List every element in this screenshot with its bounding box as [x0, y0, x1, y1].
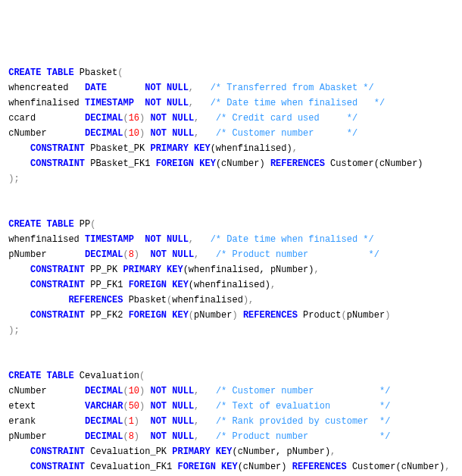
code-line: [3, 202, 459, 217]
code-line: [3, 353, 459, 368]
code-line: CONSTRAINT PBasket_FK1 FOREIGN KEY(cNumb…: [3, 156, 459, 171]
code-line: CONSTRAINT Pbasket_PK PRIMARY KEY(whenfi…: [3, 141, 459, 156]
code-line: CREATE TABLE Cevaluation(: [3, 368, 459, 384]
code-line: pNumber DECIMAL(8) NOT NULL, /* Product …: [3, 247, 459, 262]
code-line: cNumber DECIMAL(10) NOT NULL, /* Custome…: [3, 384, 459, 399]
code-line: [3, 338, 459, 353]
code-line: whenfinalised TIMESTAMP NOT NULL, /* Dat…: [3, 232, 459, 247]
code-line: CONSTRAINT PP_PK PRIMARY KEY(whenfinalis…: [3, 262, 459, 277]
code-line: );: [3, 171, 459, 186]
sql-code-block: CREATE TABLE Pbasket( whencreated DATE N…: [3, 65, 459, 476]
code-line: CREATE TABLE Pbasket(: [3, 65, 459, 80]
code-line: CONSTRAINT Cevaluation_PK PRIMARY KEY(cN…: [3, 444, 459, 459]
code-line: whencreated DATE NOT NULL, /* Transferre…: [3, 80, 459, 96]
code-line: cNumber DECIMAL(10) NOT NULL, /* Custome…: [3, 126, 459, 141]
code-line: pNumber DECIMAL(8) NOT NULL, /* Product …: [3, 429, 459, 444]
code-line: CONSTRAINT PP_FK1 FOREIGN KEY(whenfinali…: [3, 277, 459, 293]
code-line: CONSTRAINT Cevaluation_FK1 FOREIGN KEY(c…: [3, 459, 459, 474]
code-line: CREATE TABLE PP(: [3, 217, 459, 232]
code-line: etext VARCHAR(50) NOT NULL, /* Text of e…: [3, 399, 459, 414]
code-line: REFERENCES Pbasket(whenfinalised),: [3, 293, 459, 308]
code-line: ccard DECIMAL(16) NOT NULL, /* Credit ca…: [3, 111, 459, 126]
code-line: whenfinalised TIMESTAMP NOT NULL, /* Dat…: [3, 96, 459, 111]
code-line: [3, 186, 459, 202]
code-line: erank DECIMAL(1) NOT NULL, /* Rank provi…: [3, 414, 459, 429]
code-line: CONSTRAINT PP_FK2 FOREIGN KEY(pNumber) R…: [3, 308, 459, 323]
code-line: );: [3, 323, 459, 338]
